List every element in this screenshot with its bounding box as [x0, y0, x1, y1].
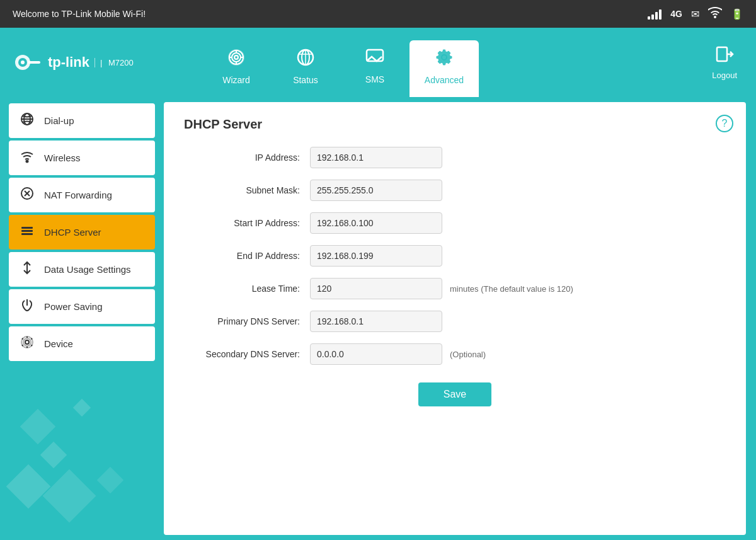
tab-advanced[interactable]: Advanced	[410, 40, 479, 97]
svg-rect-25	[21, 233, 33, 235]
tab-wizard[interactable]: Wizard	[202, 40, 271, 97]
sidebar-item-nat-label: NAT Forwarding	[44, 190, 112, 200]
battery-icon: 🔋	[731, 8, 743, 20]
form-row-1: Subnet Mask:	[184, 180, 726, 201]
form-label-1: Subnet Mask:	[184, 185, 310, 195]
sms-icon	[365, 49, 384, 71]
form-label-2: Start IP Address:	[184, 218, 310, 228]
signal-icon	[648, 8, 662, 20]
form-hint-4: minutes (The default value is 120)	[450, 284, 573, 294]
sidebar-item-wireless[interactable]: Wireless	[9, 141, 155, 175]
device-icon	[19, 335, 35, 352]
form-label-6: Secondary DNS Server:	[184, 349, 310, 359]
top-bar: Welcome to TP-Link Mobile Wi-Fi! 4G ✉ 🔋	[0, 0, 756, 28]
data-usage-icon	[19, 261, 35, 278]
form-input-4[interactable]	[310, 278, 442, 299]
sidebar-item-power-saving[interactable]: Power Saving	[9, 289, 155, 324]
logo-area: tp-link | M7200	[13, 47, 176, 78]
tab-sms-label: SMS	[365, 74, 384, 84]
wizard-icon	[227, 48, 246, 71]
svg-rect-16	[717, 47, 727, 61]
content-title: DHCP Server	[184, 117, 726, 132]
save-button[interactable]: Save	[418, 382, 491, 406]
form-row-4: Lease Time:minutes (The default value is…	[184, 278, 726, 299]
form-input-0[interactable]	[310, 147, 442, 168]
top-bar-icons: 4G ✉ 🔋	[648, 7, 743, 21]
form-input-5[interactable]	[310, 311, 442, 332]
sidebar-item-wireless-label: Wireless	[44, 152, 81, 163]
content-panel: DHCP Server ? IP Address:Subnet Mask:Sta…	[164, 102, 746, 535]
form-input-1[interactable]	[310, 180, 442, 201]
svg-rect-24	[21, 230, 33, 232]
form-label-0: IP Address:	[184, 152, 310, 163]
form-hint-6: (Optional)	[450, 350, 486, 359]
form-input-2[interactable]	[310, 212, 442, 234]
tab-status-label: Status	[293, 75, 318, 85]
top-bar-title: Welcome to TP-Link Mobile Wi-Fi!	[13, 9, 146, 19]
form-label-3: End IP Address:	[184, 251, 310, 261]
sidebar-item-dhcp[interactable]: DHCP Server	[9, 215, 155, 250]
dialup-icon	[19, 112, 35, 129]
wireless-icon	[19, 149, 35, 166]
sidebar-item-data-usage[interactable]: Data Usage Settings	[9, 252, 155, 287]
help-button[interactable]: ?	[716, 115, 733, 132]
advanced-icon	[435, 48, 454, 71]
sidebar-item-device-label: Device	[44, 338, 73, 349]
dhcp-form: IP Address:Subnet Mask:Start IP Address:…	[184, 147, 726, 365]
form-row-2: Start IP Address:	[184, 212, 726, 234]
svg-rect-3	[28, 61, 40, 64]
status-icon	[296, 48, 315, 71]
tab-wizard-label: Wizard	[222, 75, 250, 85]
sidebar-item-dialup-label: Dial-up	[44, 115, 74, 126]
logout-button[interactable]: Logout	[712, 45, 737, 80]
sidebar-item-nat[interactable]: NAT Forwarding	[9, 178, 155, 212]
sidebar: Dial-up Wireless NAT Forw	[0, 97, 164, 540]
sidebar-item-device[interactable]: Device	[9, 326, 155, 361]
logout-icon	[715, 45, 734, 68]
svg-rect-23	[21, 227, 33, 229]
svg-point-6	[234, 55, 238, 59]
dhcp-icon	[19, 224, 35, 241]
form-row-0: IP Address:	[184, 147, 726, 168]
logout-label: Logout	[712, 71, 737, 80]
tab-sms[interactable]: SMS	[340, 40, 410, 97]
sidebar-item-power-label: Power Saving	[44, 301, 103, 312]
header: tp-link | M7200 Wizard	[0, 28, 756, 97]
svg-point-27	[25, 340, 29, 344]
main-area: Dial-up Wireless NAT Forw	[0, 97, 756, 540]
form-row-5: Primary DNS Server:	[184, 311, 726, 332]
sidebar-item-dialup[interactable]: Dial-up	[9, 103, 155, 138]
logo-brand: tp-link	[48, 54, 89, 71]
nat-icon	[19, 187, 35, 204]
form-row-3: End IP Address:	[184, 245, 726, 267]
form-row-6: Secondary DNS Server:(Optional)	[184, 343, 726, 365]
wifi-icon	[708, 7, 722, 21]
sidebar-item-dhcp-label: DHCP Server	[44, 227, 101, 238]
form-input-6[interactable]	[310, 343, 442, 365]
form-label-5: Primary DNS Server:	[184, 316, 310, 326]
form-input-3[interactable]	[310, 245, 442, 267]
nav-tabs: Wizard Status	[202, 28, 712, 97]
logo-svg	[13, 47, 43, 78]
form-label-4: Lease Time:	[184, 284, 310, 294]
svg-point-21	[26, 161, 28, 163]
network-type: 4G	[670, 9, 682, 19]
logo-model: | M7200	[94, 58, 134, 67]
svg-point-2	[21, 60, 25, 64]
sidebar-item-data-label: Data Usage Settings	[44, 264, 131, 275]
power-saving-icon	[19, 298, 35, 315]
tab-advanced-label: Advanced	[425, 75, 464, 85]
tab-status[interactable]: Status	[271, 40, 340, 97]
mail-icon: ✉	[691, 8, 699, 20]
